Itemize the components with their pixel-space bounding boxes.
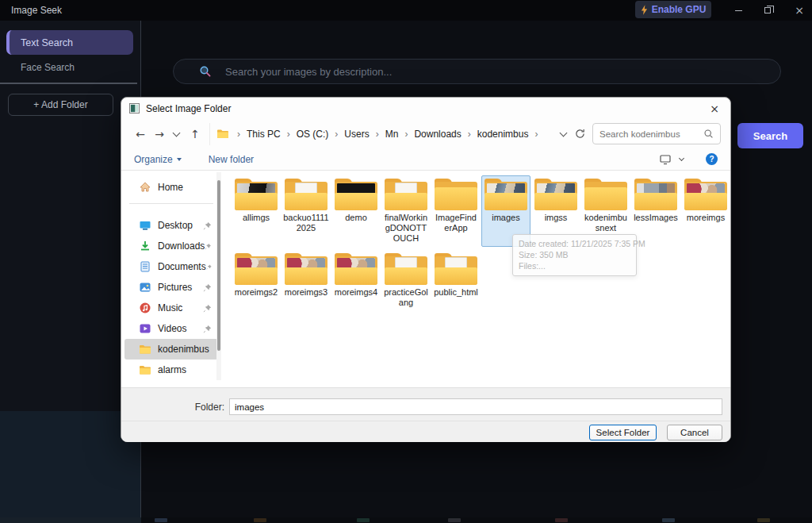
folder-tile-practicegolang[interactable]: practiceGolang (381, 250, 431, 311)
tab-text-search[interactable]: Text Search (6, 30, 133, 55)
folder-tile-demo[interactable]: demo (331, 175, 381, 247)
close-icon: × (795, 4, 804, 17)
up-icon[interactable]: ↑ (186, 128, 205, 140)
breadcrumb-users[interactable]: Users (343, 129, 370, 140)
history-chevron-icon[interactable] (173, 129, 181, 137)
taskbar-icon (357, 518, 370, 522)
folder-tile-moreimgs[interactable]: moreimgs (681, 175, 730, 247)
folder-label: public_html (434, 287, 478, 298)
nav-item-music[interactable]: Music (124, 298, 218, 318)
breadcrumb-separator: › (330, 129, 343, 140)
folder-tile-lessimages[interactable]: lessImages (631, 175, 680, 247)
organize-menu[interactable]: Organize (134, 154, 182, 165)
breadcrumb-kodenimbus[interactable]: kodenimbus (476, 129, 530, 140)
folder-icon (139, 363, 151, 376)
nav-item-desktop[interactable]: Desktop (124, 215, 218, 236)
window-restore-button[interactable] (756, 0, 779, 21)
pin-icon (203, 283, 212, 292)
window-minimize-button[interactable] (726, 0, 750, 21)
nav-label: kodenimbus (158, 344, 209, 355)
view-options-icon[interactable] (659, 153, 672, 166)
folder-icon (684, 179, 727, 210)
folder-icon (584, 179, 627, 210)
folder-label: moreimgs (687, 213, 725, 223)
folder-tooltip: Date created: 11/21/2025 7:35 PM Size: 3… (512, 234, 637, 276)
folder-tile-moreimgs2[interactable]: moreimgs2 (232, 250, 281, 311)
folder-tile-public-html[interactable]: public_html (431, 250, 481, 311)
new-folder-button[interactable]: New folder (209, 154, 254, 165)
nav-item-home[interactable]: Home (124, 177, 218, 198)
folder-tile-finalworkingdonottouch[interactable]: finalWorkingDONOTTOUCH (381, 175, 431, 247)
folder-label: kodenimbusnext (583, 213, 629, 233)
dialog-search-input[interactable] (599, 129, 703, 139)
folder-tile-moreimgs3[interactable]: moreimgs3 (282, 250, 331, 311)
folder-icon (216, 129, 229, 139)
window-close-button[interactable]: × (787, 0, 811, 21)
nav-label: Music (158, 302, 182, 313)
folder-label: imgss (545, 213, 568, 223)
folder-tile-backuo11112025[interactable]: backuo11112025 (282, 175, 331, 247)
breadcrumb-separator: › (463, 129, 476, 140)
refresh-icon[interactable] (574, 128, 586, 140)
scrollbar-thumb[interactable] (217, 180, 220, 351)
image-search-bar[interactable]: Search your images by description... (173, 59, 781, 84)
breadcrumb-this-pc[interactable]: This PC (245, 129, 282, 140)
folder-tile-imagefinderapp[interactable]: ImageFinderApp (431, 175, 481, 247)
music-icon (139, 302, 151, 314)
nav-scrollbar[interactable] (216, 172, 221, 380)
folder-label: finalWorkingDONOTTOUCH (383, 213, 429, 244)
nav-item-documents[interactable]: Documents (124, 256, 218, 277)
tooltip-date-created: Date created: 11/21/2025 7:35 PM (519, 238, 630, 249)
search-button[interactable]: Search (737, 123, 803, 148)
folder-label: moreimgs2 (235, 287, 278, 298)
folder-label: moreimgs4 (335, 287, 377, 298)
nav-label: Downloads (158, 240, 205, 252)
folder-icon (634, 179, 677, 210)
folder-icon (235, 253, 278, 285)
folder-name-input[interactable] (229, 398, 722, 415)
pin-icon (203, 221, 212, 230)
dialog-toolbar: Organize New folder ? (121, 148, 730, 171)
enable-gpu-button[interactable]: Enable GPU (635, 1, 711, 18)
folder-icon (534, 179, 577, 210)
nav-item-downloads[interactable]: Downloads (124, 236, 218, 256)
breadcrumb-os-c[interactable]: OS (C:) (295, 129, 331, 140)
chevron-down-icon (177, 158, 182, 161)
folder-tile-allimgs[interactable]: allimgs (232, 175, 281, 247)
help-button[interactable]: ? (706, 153, 718, 165)
sidebar-divider (0, 83, 137, 84)
breadcrumb-mn[interactable]: Mn (384, 129, 400, 140)
dialog-search-box[interactable] (592, 123, 721, 144)
select-folder-button[interactable]: Select Folder (589, 425, 657, 440)
taskbar-icon (662, 518, 675, 522)
breadcrumb-separator: › (232, 129, 245, 140)
taskbar-icon (254, 518, 266, 522)
nav-item-kodenimbus[interactable]: kodenimbus (124, 339, 218, 360)
dialog-close-button[interactable]: × (707, 102, 722, 115)
taskbar-sliver (0, 517, 812, 523)
cancel-button[interactable]: Cancel (667, 425, 722, 440)
forward-icon[interactable]: → (150, 128, 169, 140)
pictures-icon (139, 281, 151, 294)
add-folder-button[interactable]: + Add Folder (8, 94, 113, 116)
address-dropdown-chevron-icon[interactable] (560, 129, 568, 137)
folder-icon (235, 179, 278, 210)
view-chevron-icon[interactable] (679, 156, 684, 161)
desktop-icon (139, 219, 151, 232)
folder-label: practiceGolang (383, 287, 429, 308)
videos-icon (139, 322, 151, 335)
dialog-app-icon (129, 103, 140, 113)
nav-item-videos[interactable]: Videos (124, 318, 218, 339)
organize-label: Organize (134, 154, 173, 165)
folder-grid-row: allimgs backuo11112025 demo finalWorking… (232, 175, 730, 247)
enable-gpu-label: Enable GPU (652, 4, 707, 15)
nav-item-alarms[interactable]: alarms (124, 360, 218, 380)
breadcrumb-downloads[interactable]: Downloads (412, 129, 462, 140)
back-icon[interactable]: ← (131, 128, 150, 140)
folder-icon (485, 179, 527, 210)
folder-tile-moreimgs4[interactable]: moreimgs4 (331, 250, 381, 311)
folder-label: lessImages (634, 213, 678, 223)
nav-item-pictures[interactable]: Pictures (124, 277, 218, 298)
tab-face-search[interactable]: Face Search (21, 62, 75, 73)
taskbar-left-segment (0, 517, 141, 523)
